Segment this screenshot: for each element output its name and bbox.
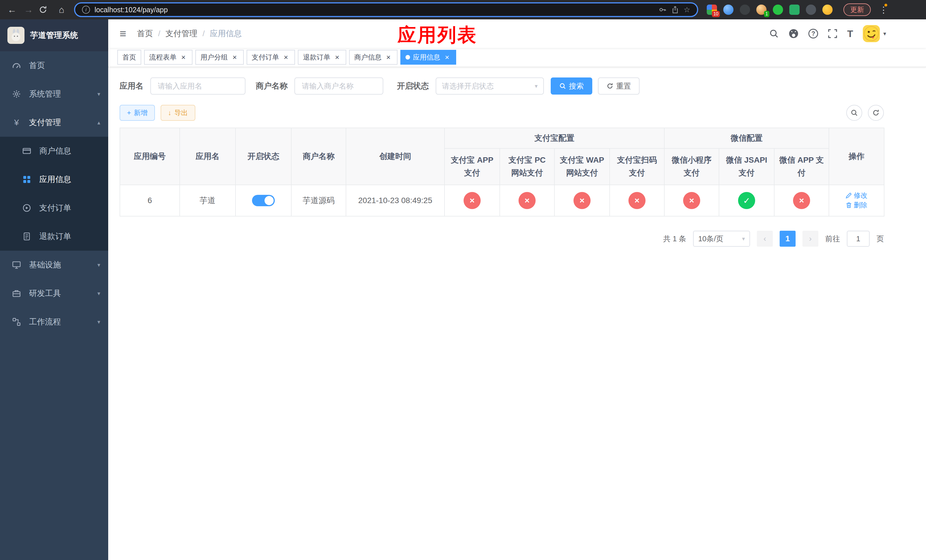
col-app-name: 应用名 bbox=[180, 128, 236, 185]
col-alipay-qr: 支付宝扫码支付 bbox=[610, 148, 664, 185]
delete-button[interactable]: 删除 bbox=[846, 201, 867, 210]
app-name-input[interactable] bbox=[150, 77, 245, 95]
cell-alipay-pc: × bbox=[500, 185, 554, 216]
extension-icon-green-check[interactable] bbox=[773, 5, 783, 15]
bookmark-star-icon[interactable]: ☆ bbox=[684, 5, 690, 14]
reset-button[interactable]: 重置 bbox=[598, 77, 640, 95]
sidebar-item-refund-orders[interactable]: 退款订单 bbox=[0, 222, 108, 251]
pagination-prev-button[interactable]: ‹ bbox=[757, 231, 773, 247]
export-button[interactable]: ↓ 导出 bbox=[160, 105, 195, 121]
extension-icon-avatar[interactable]: 1 bbox=[756, 5, 767, 15]
sidebar-item-dev-tools[interactable]: 研发工具 ▾ bbox=[0, 279, 108, 308]
tab-user-group[interactable]: 用户分组 × bbox=[195, 50, 244, 65]
tab-process-form[interactable]: 流程表单 × bbox=[144, 50, 192, 65]
sidebar-menu: 首页 系统管理 ▾ ¥ 支付管理 ▴ bbox=[0, 51, 108, 336]
merchant-name-label: 商户名称 bbox=[256, 80, 287, 91]
close-icon[interactable]: × bbox=[443, 53, 451, 61]
pagination-page-1[interactable]: 1 bbox=[780, 231, 796, 247]
sidebar-item-payment[interactable]: ¥ 支付管理 ▴ bbox=[0, 108, 108, 137]
search-button-label: 搜索 bbox=[569, 81, 584, 91]
search-icon bbox=[850, 109, 858, 117]
status-select[interactable]: 请选择开启状态 ▾ bbox=[436, 77, 544, 95]
close-icon[interactable]: × bbox=[333, 53, 341, 61]
url-text[interactable]: localhost:1024/pay/app bbox=[95, 6, 654, 14]
browser-forward-button[interactable]: → bbox=[22, 5, 35, 14]
extension-icon-drop[interactable] bbox=[723, 5, 734, 15]
cell-status bbox=[236, 185, 291, 216]
user-menu[interactable]: ▾ bbox=[863, 25, 886, 42]
edit-button-label: 修改 bbox=[854, 191, 867, 200]
tags-view: 首页 流程表单 × 用户分组 × 支付订单 × 退款订单 × bbox=[108, 48, 926, 67]
browser-menu-icon[interactable]: ⋮ bbox=[879, 5, 887, 15]
close-icon[interactable]: × bbox=[231, 53, 239, 61]
edit-button[interactable]: 修改 bbox=[846, 191, 867, 200]
share-icon[interactable] bbox=[671, 6, 679, 14]
col-wechat-app: 微信 APP 支付 bbox=[774, 148, 829, 185]
extension-icon-pin[interactable] bbox=[806, 5, 816, 15]
extension-icon-dark[interactable] bbox=[740, 5, 750, 15]
tab-pay-orders[interactable]: 支付订单 × bbox=[247, 50, 295, 65]
close-icon[interactable]: × bbox=[179, 53, 188, 61]
chevron-down-icon: ▾ bbox=[97, 262, 100, 268]
tab-home[interactable]: 首页 bbox=[117, 50, 141, 65]
download-icon: ↓ bbox=[168, 109, 171, 117]
sidebar-item-system[interactable]: 系统管理 ▾ bbox=[0, 80, 108, 108]
breadcrumb-current: 应用信息 bbox=[210, 28, 242, 39]
pagination-jump-suffix: 页 bbox=[876, 234, 884, 244]
sidebar-collapse-icon[interactable]: ≡ bbox=[117, 27, 129, 40]
sidebar-item-home[interactable]: 首页 bbox=[0, 51, 108, 80]
font-size-icon[interactable]: T bbox=[847, 28, 853, 39]
sidebar-item-label: 支付管理 bbox=[29, 117, 61, 128]
browser-back-button[interactable]: ← bbox=[6, 5, 18, 14]
extensions-area: 10 1 bbox=[707, 5, 832, 15]
navbar: ≡ 首页 / 支付管理 / 应用信息 应用列表 ? bbox=[108, 20, 926, 48]
merchant-name-input[interactable] bbox=[294, 77, 383, 95]
github-icon[interactable] bbox=[788, 29, 799, 39]
password-key-icon[interactable] bbox=[659, 6, 667, 14]
cell-wechat-app: × bbox=[774, 185, 829, 216]
sidebar-item-merchant-info[interactable]: 商户信息 bbox=[0, 137, 108, 165]
pagination-total: 共 1 条 bbox=[663, 234, 686, 244]
pagination-next-button[interactable]: › bbox=[802, 231, 819, 247]
toggle-search-button[interactable] bbox=[846, 105, 862, 121]
breadcrumb-home[interactable]: 首页 bbox=[137, 28, 153, 39]
site-info-icon[interactable]: i bbox=[82, 6, 90, 14]
chevron-down-icon: ▾ bbox=[535, 83, 538, 89]
fullscreen-icon[interactable] bbox=[828, 29, 837, 38]
extension-icon-emoji[interactable] bbox=[822, 5, 832, 15]
breadcrumb-separator: / bbox=[203, 29, 205, 38]
dots-glyph: ⋮ bbox=[879, 5, 888, 15]
help-icon[interactable]: ? bbox=[808, 29, 818, 38]
breadcrumb-payment[interactable]: 支付管理 bbox=[165, 28, 197, 39]
browser-reload-button[interactable] bbox=[39, 5, 51, 14]
extension-icon-chat[interactable] bbox=[789, 5, 800, 15]
app-frame: 芋道管理系统 首页 系统管理 ▾ ¥ bbox=[0, 20, 926, 560]
search-icon[interactable] bbox=[769, 29, 779, 38]
trash-icon bbox=[846, 202, 852, 208]
sidebar-item-pay-orders[interactable]: 支付订单 bbox=[0, 194, 108, 222]
page-jump-input[interactable] bbox=[847, 231, 870, 247]
toolbar-right bbox=[846, 105, 884, 121]
close-icon[interactable]: × bbox=[282, 53, 290, 61]
tab-label: 流程表单 bbox=[149, 53, 177, 62]
sidebar-item-infrastructure[interactable]: 基础设施 ▾ bbox=[0, 251, 108, 279]
page-size-select[interactable]: 10条/页 ▾ bbox=[693, 231, 750, 247]
cell-actions: 修改 删除 bbox=[829, 185, 884, 216]
close-icon[interactable]: × bbox=[384, 53, 392, 61]
refresh-table-button[interactable] bbox=[868, 105, 884, 121]
browser-home-button[interactable]: ⌂ bbox=[55, 5, 68, 14]
search-button[interactable]: 搜索 bbox=[551, 77, 592, 95]
tab-refund-orders[interactable]: 退款订单 × bbox=[298, 50, 346, 65]
extension-icon-grid[interactable]: 10 bbox=[707, 5, 717, 15]
add-button[interactable]: + 新增 bbox=[120, 105, 155, 121]
yen-icon: ¥ bbox=[11, 118, 22, 127]
sidebar-item-app-info[interactable]: 应用信息 bbox=[0, 165, 108, 194]
sidebar-item-workflow[interactable]: 工作流程 ▾ bbox=[0, 308, 108, 336]
tab-label: 首页 bbox=[123, 53, 136, 62]
address-bar[interactable]: i localhost:1024/pay/app ☆ bbox=[74, 2, 698, 17]
tab-app-info[interactable]: 应用信息 × bbox=[400, 50, 456, 65]
tab-merchant-info[interactable]: 商户信息 × bbox=[349, 50, 398, 65]
status-toggle[interactable] bbox=[252, 195, 275, 206]
browser-update-button[interactable]: 更新 bbox=[843, 3, 871, 16]
cell-app-name: 芋道 bbox=[180, 185, 236, 216]
